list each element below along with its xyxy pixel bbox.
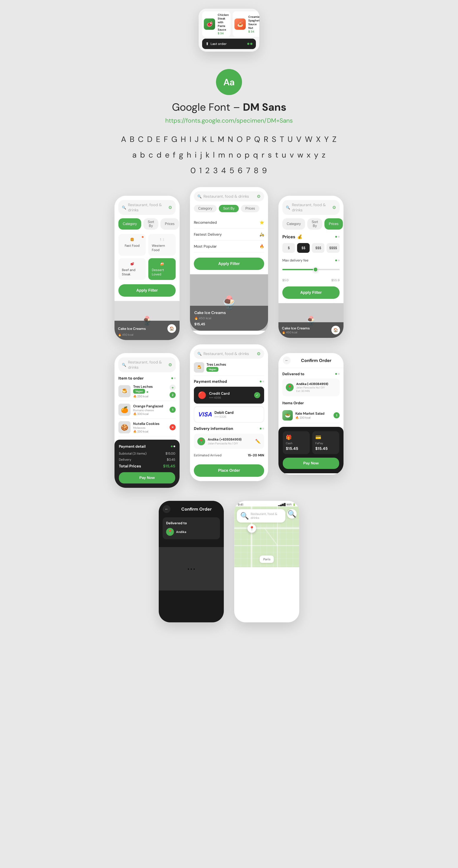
search-bar-3[interactable]: 🔍 Restaurant, food & drinks ⚙ bbox=[282, 200, 339, 215]
payment-debit-card[interactable]: VISA Debit Card •••• 5326 bbox=[194, 406, 264, 423]
delivery-info-5: 📍 Andika (+639384959) Jalan Pancasila No… bbox=[194, 434, 264, 449]
food-item-3: 🍪 Nutella Cookies Molasses 🔥 230 kcal ✕ bbox=[119, 418, 176, 436]
price-slider[interactable] bbox=[282, 265, 339, 274]
bottom-phones-row: ← Confirm Order Delivered to 📍 Andika ⋯ bbox=[159, 501, 299, 622]
price-opt-4[interactable]: $$$$ bbox=[327, 243, 339, 253]
category-fastfood[interactable]: 🍔 Fast Food bbox=[119, 234, 146, 256]
order-phones-row: 🔍 Restaurant, food & drinks ⚙ Item to or… bbox=[115, 353, 344, 488]
sort-recommended[interactable]: Recomended ⭐ bbox=[194, 217, 264, 228]
category-dessert[interactable]: 🍰 Dessert Loved bbox=[148, 258, 176, 280]
place-order-btn[interactable]: Place Order bbox=[194, 464, 264, 477]
search-icon-4: 🔍 bbox=[122, 363, 126, 367]
pay-now-btn-6[interactable]: Pay Now bbox=[283, 458, 339, 469]
search-placeholder-1: Restaurant, food & drinks bbox=[128, 202, 167, 213]
pay-option-fapay[interactable]: 💳 FaPay $15.45 bbox=[312, 431, 339, 454]
search-placeholder-5: Restaurant, food & drinks bbox=[203, 351, 255, 356]
last-order-label: Last order bbox=[210, 42, 227, 46]
apply-filter-btn-1[interactable]: Apply Filter bbox=[119, 284, 176, 297]
card-icon: 💳 bbox=[315, 434, 321, 440]
search-placeholder-2: Restaurant, food & drinks bbox=[203, 194, 255, 199]
tab-category-3[interactable]: Category bbox=[282, 218, 305, 229]
search-icon-3: 🔍 bbox=[286, 205, 290, 210]
category-grid-1: 🍔 Fast Food 🍽️ Western Food 🥩 Beef and S… bbox=[119, 234, 176, 280]
edit-icon-5[interactable]: ✏️ bbox=[255, 439, 261, 444]
money-bag-icon: 💰 bbox=[297, 234, 302, 240]
sort-fastest[interactable]: Fastest Delivery 🛵 bbox=[194, 228, 264, 241]
sort-popular[interactable]: Most Popular 🔥 bbox=[194, 241, 264, 252]
map-pin: 📍 bbox=[248, 524, 256, 533]
pay-option-cash[interactable]: 🎁 Cash $15.45 bbox=[283, 431, 310, 454]
tab-sort-1[interactable]: Sort By bbox=[143, 218, 158, 229]
tab-category-1[interactable]: Category bbox=[119, 218, 141, 229]
payment-credit-card[interactable]: 🔴 Credit Card •••• 4356 ✓ bbox=[194, 387, 264, 404]
pay-options: 🎁 Cash $15.45 💳 FaPay $15.45 bbox=[283, 431, 339, 454]
fastfood-label: Fast Food bbox=[125, 244, 139, 248]
font-lowercase: a b c d e f g h i j k l m n o p q r s t … bbox=[121, 147, 337, 163]
tab-sort-3[interactable]: Sort By bbox=[307, 218, 322, 229]
confirm-header: ← Confirm Order bbox=[279, 353, 344, 368]
search-placeholder-4: Restaurant, food & drinks bbox=[128, 360, 167, 370]
font-title: Google Font – DM Sans bbox=[121, 100, 337, 114]
search-icon-5: 🔍 bbox=[197, 351, 202, 356]
tab-prices-3[interactable]: Prices bbox=[324, 218, 342, 229]
dessert-label: Dessert Loved bbox=[152, 268, 172, 276]
fire-icon-sort: 🔥 bbox=[260, 244, 264, 249]
price-opt-1[interactable]: $ bbox=[282, 243, 295, 253]
category-beef[interactable]: 🥩 Beef and Steak bbox=[119, 258, 146, 280]
font-numbers: 0 1 2 3 4 5 6 7 8 9 bbox=[121, 163, 337, 178]
qty-badge-1: 2 bbox=[170, 392, 176, 398]
pay-now-btn-4[interactable]: Pay Now bbox=[119, 472, 175, 484]
tab-prices-2[interactable]: Prices bbox=[241, 205, 259, 212]
phone-sortby-filter: 🔍 Restaurant, food & drinks ⚙ Category S… bbox=[190, 187, 268, 335]
location-label: Paris bbox=[260, 556, 274, 563]
search-bar-1[interactable]: 🔍 Restaurant, food & drinks ⚙ bbox=[119, 200, 176, 215]
price-options: $ $$ $$$ $$$$ bbox=[282, 243, 339, 253]
food-name-1: Chicken Steak with Pasta Sauce bbox=[218, 13, 229, 31]
category-western[interactable]: 🍽️ Western Food bbox=[148, 234, 176, 256]
top-mini-phone-1: 🥩 Chicken Steak with Pasta Sauce $ 34 🍝 … bbox=[199, 9, 259, 52]
visa-icon: VISA bbox=[198, 410, 212, 418]
filter-icon-4: ⚙ bbox=[168, 362, 172, 368]
price-opt-2[interactable]: $$ bbox=[297, 243, 310, 253]
apply-filter-btn-2[interactable]: Apply Filter bbox=[194, 257, 264, 270]
sort-items: Recomended ⭐ Fastest Delivery 🛵 Most Pop… bbox=[194, 217, 264, 252]
search-icon-1: 🔍 bbox=[122, 205, 126, 210]
phone-category-filter: 🔍 Restaurant, food & drinks ⚙ Category S… bbox=[115, 196, 179, 340]
phone-item-order: 🔍 Restaurant, food & drinks ⚙ Item to or… bbox=[115, 353, 179, 488]
beef-icon: 🥩 bbox=[130, 262, 134, 266]
confirm-bottom-dark: 🎁 Cash $15.45 💳 FaPay $15.45 Pay Now bbox=[279, 427, 344, 473]
filter-icon-2: ⚙ bbox=[257, 193, 261, 199]
confirm-food-item: 🥗 Kale Market Salad 🔥 230 kcal 1 bbox=[282, 407, 339, 423]
font-uppercase: A B C D E F G H I J K L M N O P Q R S T … bbox=[121, 131, 337, 147]
filter-phones-row: 🔍 Restaurant, food & drinks ⚙ Category S… bbox=[115, 196, 344, 340]
price-opt-3[interactable]: $$$ bbox=[312, 243, 324, 253]
search-bar-2[interactable]: 🔍 Restaurant, food & drinks ⚙ bbox=[194, 191, 264, 202]
delivery-icon-sort: 🛵 bbox=[260, 232, 264, 237]
remove-btn-3[interactable]: ✕ bbox=[170, 424, 176, 430]
food-name-2: Creamie Spaghetti Sauce Nut bbox=[248, 15, 259, 30]
phone-prices-filter: 🔍 Restaurant, food & drinks ⚙ Category S… bbox=[279, 196, 344, 338]
western-icon: 🍽️ bbox=[160, 238, 164, 242]
font-circle: Aa bbox=[216, 69, 242, 95]
tab-sort-2[interactable]: Sort By bbox=[219, 205, 239, 212]
apply-filter-btn-3[interactable]: Apply Filter bbox=[282, 286, 339, 299]
tab-category-2[interactable]: Category bbox=[194, 205, 217, 212]
font-circle-label: Aa bbox=[223, 76, 235, 88]
food-price-2: $ 34 bbox=[248, 30, 259, 33]
tab-prices-1[interactable]: Prices bbox=[161, 218, 179, 229]
back-btn-dark[interactable]: ← bbox=[163, 505, 170, 513]
qty-badge-confirm: 1 bbox=[333, 412, 339, 418]
delivery-info-6: 📍 Andika (+639384959) Jalan Pancasila No… bbox=[282, 378, 339, 396]
search-bar-5[interactable]: 🔍 Restaurant, food & drinks ⚙ bbox=[194, 349, 264, 359]
qty-badge-2: 1 bbox=[170, 407, 176, 413]
search-bar-4[interactable]: 🔍 Restaurant, food & drinks ⚙ bbox=[119, 358, 176, 372]
filter-icon-5: ⚙ bbox=[257, 351, 261, 356]
phone-dark-confirm: ← Confirm Order Delivered to 📍 Andika ⋯ bbox=[159, 501, 224, 622]
font-url[interactable]: https://fonts.google.com/specimen/DM+San… bbox=[121, 117, 337, 125]
prices-header: Prices 💰 bbox=[282, 234, 339, 240]
add-btn-1[interactable]: + bbox=[170, 384, 176, 391]
filter-tabs-1: Category Sort By Prices bbox=[119, 218, 176, 229]
back-button[interactable]: ← bbox=[283, 356, 291, 364]
search-placeholder-3: Restaurant, food & drinks bbox=[292, 202, 330, 213]
map-search-btn[interactable]: 🔍 bbox=[287, 509, 297, 519]
